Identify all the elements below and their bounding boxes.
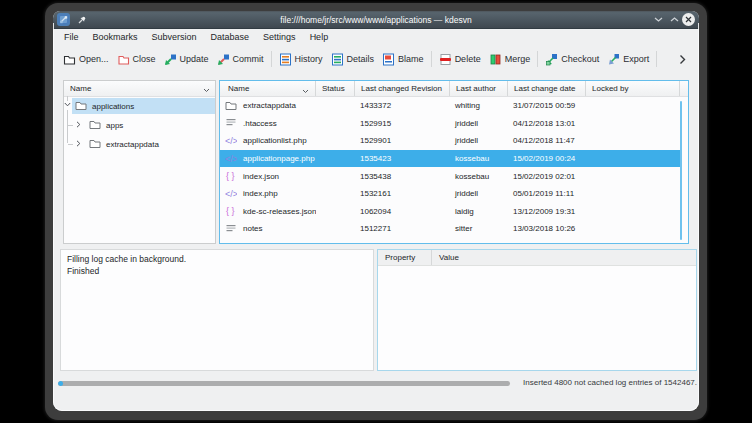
file-name-cell: extractappdata (220, 97, 316, 115)
properties-header-property[interactable]: Property (378, 250, 432, 265)
close-button[interactable] (682, 13, 695, 26)
properties-panel: Property Value (377, 249, 697, 371)
file-list-panel: NameStatusLast changed RevisionLast auth… (219, 80, 689, 244)
tree-item-applications[interactable]: applications (64, 97, 215, 116)
file-name-label: applicationlist.php (243, 136, 307, 145)
file-cell: 31/07/2015 00:59 (508, 97, 586, 115)
column-header-label: Status (322, 84, 345, 93)
file-name-cell: { }index.json (220, 167, 316, 185)
chevron-down-icon[interactable] (64, 102, 71, 107)
chevron-right-icon[interactable] (76, 140, 81, 147)
text-file-icon (225, 223, 237, 235)
sort-chevron-icon (302, 87, 309, 96)
toolbar-button-label: Close (133, 54, 156, 64)
svg-text:{ }: { } (226, 171, 235, 181)
details-icon (331, 53, 344, 66)
file-cell: 1433372 (355, 97, 450, 115)
menu-bookmarks[interactable]: Bookmarks (86, 29, 145, 46)
file-row-notes[interactable]: notes1512271sitter13/03/2018 10:26 (220, 220, 680, 238)
file-cell (586, 203, 680, 221)
history-icon (279, 53, 292, 66)
file-name-cell: </>applicationlist.php (220, 132, 316, 150)
toolbar-separator (271, 51, 272, 67)
file-cell (316, 220, 355, 238)
file-row-index.php[interactable]: </>index.php1532161jriddell05/01/2019 11… (220, 185, 680, 203)
progress-bar (58, 381, 510, 386)
log-line: Filling log cache in background. (67, 253, 367, 265)
tree-item-label: apps (106, 121, 123, 130)
tree-rows: applicationsappsextractappdata (64, 97, 215, 154)
file-cell (316, 203, 355, 221)
toolbar-overflow-button[interactable] (679, 54, 686, 65)
column-header-last-changed-revision[interactable]: Last changed Revision (355, 81, 450, 96)
file-row-applicationlist.php[interactable]: </>applicationlist.php1529901jriddell04/… (220, 132, 680, 150)
toolbar-button-label: Details (347, 54, 375, 64)
file-list-header: NameStatusLast changed RevisionLast auth… (220, 81, 688, 97)
file-row-.htaccess[interactable]: .htaccess1529915jriddell04/12/2018 13:01 (220, 115, 680, 133)
file-row-extractappdata[interactable]: extractappdata1433372whiting31/07/2015 0… (220, 97, 680, 115)
vertical-scrollbar[interactable] (680, 101, 682, 240)
folder-file-icon (225, 100, 237, 112)
menu-help[interactable]: Help (303, 29, 336, 46)
log-line: Finished (67, 265, 367, 277)
kdesvn-app-icon[interactable] (57, 13, 70, 26)
file-cell (586, 150, 680, 168)
file-row-index.json[interactable]: { }index.json1535438kossebau15/02/2019 0… (220, 167, 680, 185)
titlebar[interactable]: file:///home/jr/src/www/www/applications… (53, 11, 699, 29)
properties-header-value[interactable]: Value (432, 250, 466, 265)
tree-sort-chevron-icon (203, 86, 210, 95)
column-header-locked-by[interactable]: Locked by (586, 81, 680, 96)
toolbar-button-close[interactable]: Close (113, 48, 160, 70)
maximize-button[interactable] (670, 16, 679, 23)
menu-subversion[interactable]: Subversion (145, 29, 204, 46)
blame-icon (382, 53, 395, 66)
toolbar-button-export[interactable]: Export (603, 48, 653, 70)
file-cell: 13/03/2018 10:26 (508, 220, 586, 238)
toolbar-button-details[interactable]: Details (327, 48, 379, 70)
toolbar-button-label: Delete (455, 54, 481, 64)
toolbar-separator (537, 51, 538, 67)
column-header-name[interactable]: Name (220, 81, 316, 96)
close-icon (117, 53, 130, 66)
column-header-last-author[interactable]: Last author (450, 81, 508, 96)
tree-header[interactable]: Name (64, 81, 215, 97)
delete-icon (439, 53, 452, 66)
toolbar-button-open[interactable]: Open... (59, 48, 113, 70)
file-name-cell: </>index.php (220, 185, 316, 203)
menu-settings[interactable]: Settings (256, 29, 303, 46)
file-name-label: index.php (243, 189, 278, 198)
column-header-last-change-date[interactable]: Last change date (508, 81, 586, 96)
chevron-right-icon[interactable] (76, 121, 81, 128)
toolbar-button-merge[interactable]: Merge (485, 48, 535, 70)
menu-file[interactable]: File (57, 29, 86, 46)
minimize-button[interactable] (654, 16, 663, 23)
file-cell (586, 132, 680, 150)
toolbar-button-update[interactable]: Update (160, 48, 213, 70)
tree-item-apps[interactable]: apps (64, 116, 215, 135)
file-name-cell: { }kde-sc-releases.json (220, 203, 316, 221)
column-header-label: Name (228, 84, 249, 93)
file-row-kde-sc-releases.json[interactable]: { }kde-sc-releases.json1062094laidig13/1… (220, 203, 680, 221)
toolbar-button-label: Open... (79, 54, 109, 64)
toolbar-button-checkout[interactable]: Checkout (541, 48, 603, 70)
menu-database[interactable]: Database (204, 29, 257, 46)
file-cell: 1529901 (355, 132, 450, 150)
toolbar-button-blame[interactable]: Blame (378, 48, 428, 70)
tree-item-extractappdata[interactable]: extractappdata (64, 135, 215, 154)
file-cell: kossebau (450, 167, 508, 185)
svg-text:{ }: { } (226, 206, 235, 216)
toolbar-button-history[interactable]: History (275, 48, 327, 70)
toolbar-button-commit[interactable]: Commit (213, 48, 268, 70)
column-header-status[interactable]: Status (316, 81, 355, 96)
pin-icon[interactable] (77, 15, 87, 25)
merge-icon (489, 53, 502, 66)
folder-icon (89, 138, 101, 150)
file-name-cell: .htaccess (220, 115, 316, 133)
file-list-rows: extractappdata1433372whiting31/07/2015 0… (220, 97, 688, 238)
log-output-panel: Filling log cache in background.Finished (60, 249, 374, 371)
folder-icon (75, 100, 87, 112)
file-row-applicationpage.php[interactable]: </>applicationpage.php1535423kossebau15/… (220, 150, 680, 168)
column-header-label: Last change date (514, 84, 575, 93)
svg-text:</>: </> (225, 136, 237, 146)
toolbar-button-delete[interactable]: Delete (435, 48, 485, 70)
